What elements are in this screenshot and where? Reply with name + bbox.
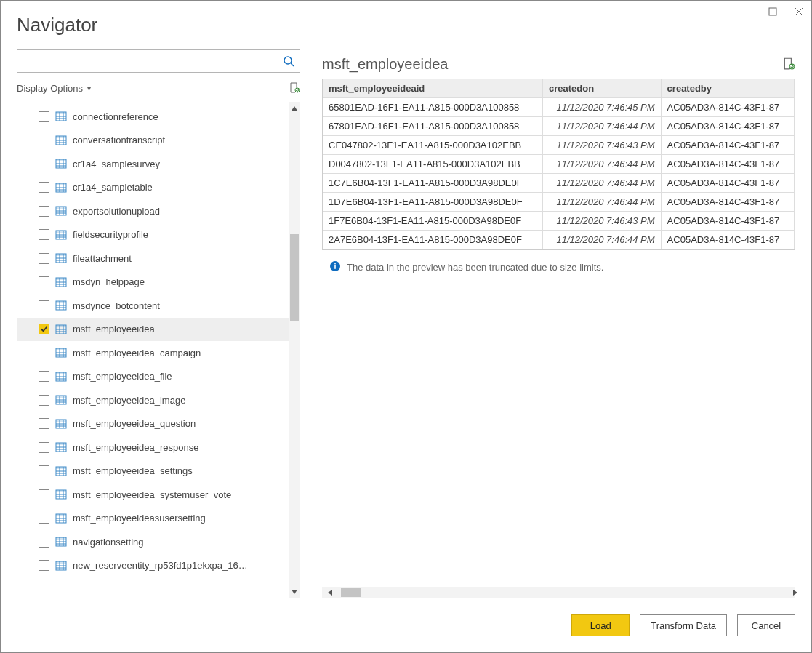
cell-createdby: AC05AD3A-814C-43F1-87 <box>661 193 794 212</box>
tree-item[interactable]: conversationtranscript <box>17 129 289 153</box>
svg-rect-97 <box>56 467 66 469</box>
tree-item-label: exportsolutionupload <box>73 206 160 217</box>
tree-item[interactable]: new_reserveentity_rp53fd1p1ekxpa_16… <box>17 554 289 578</box>
table-row[interactable]: 65801EAD-16F1-EA11-A815-000D3A10085811/1… <box>323 98 795 117</box>
scroll-down-icon[interactable] <box>289 585 300 598</box>
tree-item[interactable]: navigationsetting <box>17 530 289 554</box>
checkbox[interactable] <box>39 159 49 169</box>
tree-item[interactable]: msft_employeeidea_campaign <box>17 341 289 365</box>
table-icon <box>55 276 67 288</box>
svg-rect-79 <box>56 396 66 398</box>
cell-createdby: AC05AD3A-814C-43F1-87 <box>661 98 794 117</box>
tree-item[interactable]: msft_employeeidea_systemuser_vote <box>17 483 289 507</box>
scroll-right-icon[interactable] <box>773 587 795 598</box>
tree-item[interactable]: msft_employeeidea_response <box>17 436 289 460</box>
column-header[interactable]: createdby <box>661 79 794 98</box>
checkbox[interactable] <box>39 418 49 429</box>
column-header[interactable]: createdon <box>543 79 662 98</box>
table-row[interactable]: 2A7E6B04-13F1-EA11-A815-000D3A98DE0F11/1… <box>323 231 795 249</box>
column-header[interactable]: msft_employeeideaid <box>323 79 543 98</box>
tree-item[interactable]: msft_employeeidea_question <box>17 412 289 436</box>
svg-rect-13 <box>56 136 66 138</box>
tree-item-label: new_reserveentity_rp53fd1p1ekxpa_16… <box>73 560 248 571</box>
cell-createdon: 11/12/2020 7:46:44 PM <box>543 193 662 212</box>
preview-table-shell: msft_employeeideaidcreatedoncreatedby658… <box>322 79 795 250</box>
checkbox[interactable] <box>39 300 49 311</box>
checkbox[interactable] <box>39 276 49 287</box>
cell-id: 67801EAD-16F1-EA11-A815-000D3A100858 <box>323 117 543 136</box>
tree-refresh-icon[interactable] <box>289 81 300 95</box>
checkbox[interactable] <box>39 135 49 145</box>
tree-item[interactable]: msft_employeeidea_file <box>17 365 289 389</box>
checkbox[interactable] <box>39 324 49 334</box>
tree-item[interactable]: exportsolutionupload <box>17 199 289 223</box>
scroll-up-icon[interactable] <box>289 102 300 115</box>
table-row[interactable]: CE047802-13F1-EA11-A815-000D3A102EBB11/1… <box>323 136 795 155</box>
tree-item[interactable]: cr1a4_sampletable <box>17 176 289 200</box>
checkbox[interactable] <box>39 182 49 193</box>
tree-item[interactable]: connectionreference <box>17 105 289 129</box>
svg-rect-0 <box>769 8 776 15</box>
table-row[interactable]: 67801EAD-16F1-EA11-A815-000D3A10085811/1… <box>323 117 795 136</box>
tree-item[interactable]: cr1a4_samplesurvey <box>17 152 289 176</box>
svg-rect-43 <box>56 254 66 256</box>
table-tree[interactable]: connectionreferenceconversationtranscrip… <box>17 102 289 598</box>
checkbox[interactable] <box>39 253 49 264</box>
checkbox[interactable] <box>39 111 49 122</box>
checkbox[interactable] <box>39 489 49 500</box>
table-icon <box>55 441 67 453</box>
tree-item[interactable]: msft_employeeidea <box>17 318 289 342</box>
checkbox[interactable] <box>39 348 49 358</box>
checkbox[interactable] <box>39 395 49 406</box>
maximize-icon <box>768 7 777 16</box>
display-options-dropdown[interactable]: Display Options ▾ <box>17 83 91 94</box>
svg-rect-103 <box>56 490 66 492</box>
tree-item[interactable]: msft_employeeidea_image <box>17 388 289 412</box>
svg-rect-31 <box>56 207 66 209</box>
cell-createdon: 11/12/2020 7:46:44 PM <box>543 117 662 136</box>
transform-data-button[interactable]: Transform Data <box>640 614 727 636</box>
checkbox[interactable] <box>39 206 49 217</box>
cell-id: 1F7E6B04-13F1-EA11-A815-000D3A98DE0F <box>323 212 543 231</box>
checkbox[interactable] <box>39 537 49 548</box>
scroll-thumb[interactable] <box>290 234 299 321</box>
table-row[interactable]: 1D7E6B04-13F1-EA11-A815-000D3A98DE0F11/1… <box>323 193 795 212</box>
tree-vertical-scrollbar[interactable] <box>289 102 300 598</box>
search-input[interactable] <box>17 50 278 72</box>
table-row[interactable]: D0047802-13F1-EA11-A815-000D3A102EBB11/1… <box>323 155 795 174</box>
tree-item[interactable]: msft_employeeidea_settings <box>17 460 289 484</box>
tree-item[interactable]: msdynce_botcontent <box>17 294 289 318</box>
tree-item[interactable]: msdyn_helppage <box>17 271 289 295</box>
cancel-button[interactable]: Cancel <box>737 614 795 636</box>
svg-marker-126 <box>292 106 297 111</box>
maximize-button[interactable] <box>765 4 781 20</box>
table-row[interactable]: 1F7E6B04-13F1-EA11-A815-000D3A98DE0F11/1… <box>323 212 795 231</box>
display-options-label: Display Options <box>17 83 83 94</box>
table-icon <box>55 300 67 311</box>
load-button[interactable]: Load <box>571 614 630 636</box>
table-row[interactable]: 1C7E6B04-13F1-EA11-A815-000D3A98DE0F11/1… <box>323 174 795 193</box>
preview-refresh-icon[interactable] <box>782 57 795 72</box>
tree-item[interactable]: msft_employeeideasusersetting <box>17 507 289 531</box>
hscroll-thumb[interactable] <box>341 588 361 597</box>
tree-item-label: fieldsecurityprofile <box>73 229 148 240</box>
checkbox[interactable] <box>39 229 49 240</box>
search-icon[interactable] <box>278 55 300 67</box>
checkbox[interactable] <box>39 371 49 382</box>
checkbox[interactable] <box>39 560 49 571</box>
checkbox[interactable] <box>39 442 49 453</box>
preview-table[interactable]: msft_employeeideaidcreatedoncreatedby658… <box>323 79 795 249</box>
table-icon <box>55 489 67 500</box>
tree-item[interactable]: fileattachment <box>17 247 289 271</box>
search-box <box>17 49 300 73</box>
svg-rect-55 <box>56 301 66 303</box>
table-icon <box>55 111 67 122</box>
tree-item-label: msft_employeeidea_settings <box>73 465 193 476</box>
scroll-left-icon[interactable] <box>322 587 338 598</box>
preview-title: msft_employeeidea <box>322 56 448 73</box>
close-button[interactable] <box>791 4 807 20</box>
preview-horizontal-scrollbar[interactable] <box>322 587 795 598</box>
checkbox[interactable] <box>39 465 49 476</box>
checkbox[interactable] <box>39 513 49 524</box>
tree-item[interactable]: fieldsecurityprofile <box>17 223 289 247</box>
